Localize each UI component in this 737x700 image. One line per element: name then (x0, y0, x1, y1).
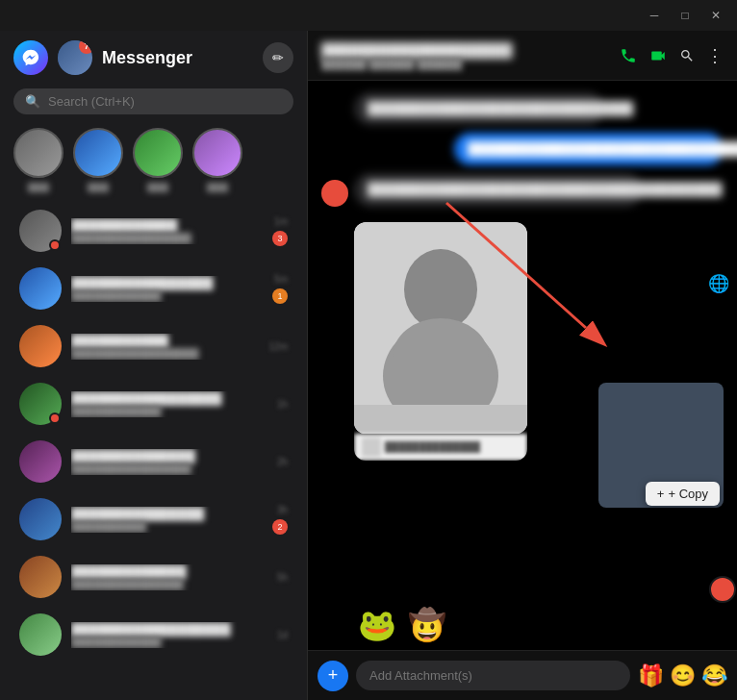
conv-info: ███████████ █████████████████ (71, 334, 260, 360)
minimize-button[interactable]: ─ (641, 6, 668, 25)
conv-meta: 1m 3 (272, 216, 288, 246)
conv-preview: ████████████████ (71, 463, 267, 475)
conv-name: ███████████ (71, 334, 260, 348)
sticker-button[interactable]: 🎁 (638, 663, 664, 688)
list-item[interactable]: ███████████████ ██████████ 3h 2 (6, 490, 301, 548)
conv-time: 12m (269, 341, 288, 352)
story-item[interactable]: ▓▓▓ (133, 128, 183, 192)
list-item[interactable]: ████████████████ ████████████ 5m 1 (6, 260, 301, 317)
close-button[interactable]: ✕ (702, 6, 729, 25)
search-input[interactable] (48, 94, 282, 109)
chat-contact-name: ████████████████████ (321, 42, 610, 58)
add-attachment-button[interactable]: + (318, 661, 348, 691)
story-label: ▓▓▓ (88, 182, 109, 192)
story-item[interactable]: ▓▓▓ (13, 128, 64, 192)
story-item[interactable]: ▓▓▓ (192, 128, 242, 192)
message-row: ████████████████████████████████████████ (321, 173, 724, 206)
more-options-button[interactable]: ⋮ (706, 45, 724, 66)
conv-time: 3h (277, 505, 288, 515)
list-item[interactable]: ██████████████████ ████████████ 1d (6, 606, 301, 663)
conv-preview: ████████████████ (71, 233, 263, 244)
conv-avatar (19, 325, 62, 367)
conv-info: ████████████████ ████████████ (71, 276, 263, 302)
titlebar: ─ □ ✕ (0, 0, 737, 31)
conv-badge: 3 (272, 231, 288, 246)
conv-name: ██████████████ (71, 449, 267, 463)
emoji-picker-button[interactable]: 😊 (670, 663, 696, 688)
message-input[interactable] (356, 661, 630, 690)
online-indicator (49, 412, 61, 424)
conv-info: ███████████████ ██████████ (71, 507, 263, 533)
conv-name: ███████████████ (71, 507, 263, 521)
conv-avatar (19, 556, 62, 598)
reaction-button[interactable]: 😂 (701, 663, 727, 688)
sidebar-header: 7 Messenger ✏ (0, 31, 307, 85)
conv-time: 5h (277, 572, 288, 583)
search-bar[interactable]: 🔍 (13, 88, 293, 114)
msg-avatar (321, 180, 348, 207)
conv-info: █████████████████ ████████████ (71, 391, 267, 417)
list-item[interactable]: █████████████████ ████████████ 1h (6, 375, 301, 433)
conv-info: █████████████ ███████████████ (71, 564, 267, 590)
svg-point-1 (404, 249, 477, 330)
sidebar-title: Messenger (102, 48, 253, 68)
conv-info: ████████████ ████████████████ (71, 218, 263, 244)
conv-avatar (19, 210, 62, 252)
list-item[interactable]: ███████████ █████████████████ 12m (6, 317, 301, 375)
app-container: 7 Messenger ✏ 🔍 ▓▓▓ ▓▓▓ ▓▓▓ (0, 31, 737, 700)
conv-time: 2h (277, 457, 288, 467)
conv-preview: █████████████████ (71, 348, 260, 360)
story-item[interactable]: ▓▓▓ (73, 128, 123, 192)
image-inner (354, 222, 527, 434)
conv-name: █████████████ (71, 564, 267, 579)
conv-meta: 5m 1 (272, 274, 288, 304)
video-call-button[interactable] (648, 47, 668, 64)
story-avatar (13, 128, 64, 178)
stickers-row: 🐸 🤠 (308, 604, 737, 650)
maximize-button[interactable]: □ (672, 6, 699, 25)
story-avatar (192, 128, 242, 178)
sidebar: 7 Messenger ✏ 🔍 ▓▓▓ ▓▓▓ ▓▓▓ (0, 31, 308, 700)
copy-button[interactable]: + + Copy (646, 482, 720, 506)
conv-name: ████████████████ (71, 276, 263, 290)
list-item[interactable]: ██████████████ ████████████████ 2h (6, 433, 301, 490)
conv-meta: 3h 2 (272, 505, 288, 535)
msg-avatar (321, 98, 348, 125)
conv-avatar (19, 613, 62, 656)
notification-badge: 7 (79, 40, 92, 54)
conv-preview: ██████████ (71, 521, 263, 533)
message-bubble: ██████████████████████████████ (354, 92, 604, 125)
message-row: ██████████████████████████████ (321, 92, 724, 125)
chat-header: ████████████████████ ██████ ██████ █████… (308, 31, 737, 81)
chat-area: ████████████████████ ██████ ██████ █████… (308, 31, 737, 700)
story-label: ▓▓▓ (207, 182, 228, 192)
story-avatar (73, 128, 123, 178)
search-in-chat-button[interactable] (679, 48, 695, 63)
conv-name: ████████████ (71, 218, 263, 233)
message-row: ████████████████████████████████████████… (321, 133, 724, 165)
call-button[interactable] (620, 47, 637, 64)
conv-time: 5m (274, 274, 288, 285)
search-icon: 🔍 (25, 94, 40, 109)
list-item[interactable]: ████████████ ████████████████ 1m 3 (6, 202, 301, 260)
user-avatar[interactable]: 7 (58, 40, 92, 75)
conv-badge: 2 (272, 519, 288, 535)
conv-preview: ████████████ (71, 290, 263, 302)
sticker-item: 🤠 (406, 604, 448, 646)
list-item[interactable]: █████████████ ███████████████ 5h (6, 548, 301, 606)
chat-header-actions: ⋮ (620, 45, 724, 66)
conv-info: ██████████████ ████████████████ (71, 449, 267, 475)
conv-meta: 2h (277, 457, 288, 467)
stories-row: ▓▓▓ ▓▓▓ ▓▓▓ ▓▓▓ (0, 122, 307, 202)
online-indicator (49, 239, 61, 251)
messenger-logo (13, 40, 48, 75)
titlebar-controls: ─ □ ✕ (641, 6, 729, 25)
conv-meta: 1d (277, 630, 288, 640)
new-chat-button[interactable]: ✏ (263, 42, 293, 73)
message-bubble: ████████████████████████████████████████… (454, 133, 724, 165)
chat-contact-status: ██████ ██████ ██████ (321, 58, 610, 69)
conv-meta: 1h (277, 399, 288, 410)
conv-badge: 1 (272, 288, 288, 304)
conv-preview: ███████████████ (71, 579, 267, 590)
conv-name: █████████████████ (71, 391, 267, 406)
